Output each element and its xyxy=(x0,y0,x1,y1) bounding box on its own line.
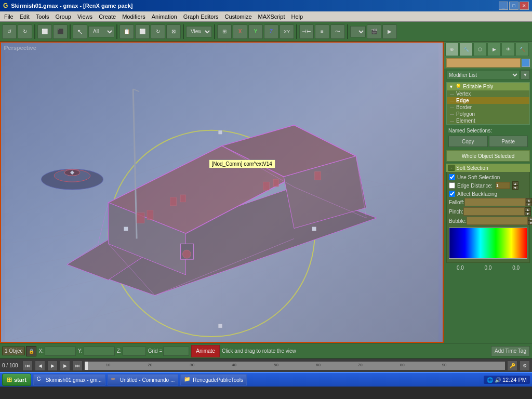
mirror-button[interactable]: ⊣⊢ xyxy=(299,24,314,39)
use-soft-selection-label: Use Soft Selection xyxy=(457,175,500,180)
taskbar-item-renegade[interactable]: 📁 RenegadePublicTools xyxy=(180,374,247,385)
time-config-button[interactable]: ⚙ xyxy=(520,361,530,371)
selection-filter-dropdown[interactable]: All Geometry Shapes Lights xyxy=(88,26,114,37)
soft-selection-label: Soft Selection xyxy=(456,165,488,171)
panel-tab-display[interactable]: 👁 xyxy=(501,43,515,56)
bubble-up[interactable]: ▲ xyxy=(528,217,532,221)
animate-button[interactable]: Animate xyxy=(191,345,220,357)
menu-customize[interactable]: Customize xyxy=(222,12,255,21)
panel-tab-utilities[interactable]: 🔨 xyxy=(515,43,529,56)
rectangular-select-button[interactable]: ⬜ xyxy=(135,24,150,39)
menu-graph-editors[interactable]: Graph Editors xyxy=(180,12,222,21)
select-by-name-button[interactable]: 📋 xyxy=(119,24,134,39)
z-coordinate-input[interactable]: 0.0 xyxy=(123,347,146,356)
falloff-row: Falloff: 0.0 ▲ ▼ xyxy=(449,197,527,207)
selection-lock-button[interactable]: 🔒 xyxy=(26,346,36,356)
menu-views[interactable]: Views xyxy=(74,12,96,21)
y-axis-button[interactable]: Y xyxy=(248,24,263,39)
maximize-button[interactable]: □ xyxy=(509,2,518,10)
menu-create[interactable]: Create xyxy=(96,12,119,21)
z-axis-button[interactable]: Z xyxy=(264,24,278,39)
close-button[interactable]: ✕ xyxy=(520,2,529,10)
quick-render-button[interactable]: ▶ xyxy=(382,24,397,39)
poly-item-border[interactable]: — Border xyxy=(447,104,529,111)
edge-distance-input[interactable] xyxy=(496,182,510,189)
render-scene-button[interactable]: 🎬 xyxy=(367,24,381,39)
panel-tab-motion[interactable]: ▶ xyxy=(487,43,501,56)
taskbar-item-commando[interactable]: ✏ Untitled - Commando ... xyxy=(108,374,179,385)
panel-tab-create[interactable]: ⊕ xyxy=(445,43,459,56)
menu-animation[interactable]: Animation xyxy=(149,12,180,21)
affect-backfacing-checkbox[interactable] xyxy=(449,191,455,197)
poly-item-vertex[interactable]: — Vertex xyxy=(447,90,529,97)
edge-distance-label: Edge Distance: xyxy=(457,183,493,189)
y-coordinate-input[interactable]: -76.824 xyxy=(84,347,115,356)
xy-axis-button[interactable]: XY xyxy=(280,24,294,39)
select-region-button[interactable]: ⬛ xyxy=(53,24,68,39)
object-color-swatch[interactable] xyxy=(522,59,530,67)
view-dropdown[interactable]: View Screen World xyxy=(186,26,212,37)
modifier-options-button[interactable]: ▼ xyxy=(521,70,530,79)
falloff-up[interactable]: ▲ xyxy=(526,198,532,202)
gmax-icon: G xyxy=(37,376,44,383)
minimize-button[interactable]: _ xyxy=(499,2,508,10)
play-button[interactable]: ▶ xyxy=(47,361,58,371)
poly-item-edge[interactable]: — Edge xyxy=(447,97,529,104)
paste-button[interactable]: Paste xyxy=(489,136,528,147)
edge-distance-checkbox[interactable] xyxy=(449,182,455,189)
align-button[interactable]: ≡ xyxy=(315,24,329,39)
pinch-down[interactable]: ▼ xyxy=(525,211,531,216)
menu-tools[interactable]: Tools xyxy=(33,12,52,21)
viewport[interactable]: Perspective xyxy=(0,42,444,343)
menu-file[interactable]: File xyxy=(1,12,17,21)
svg-rect-23 xyxy=(218,130,222,135)
rotate-button[interactable]: ↻ xyxy=(151,24,165,39)
snap-toggle-button[interactable]: ⊞ xyxy=(217,24,232,39)
x-coordinate-input[interactable]: 74.517 xyxy=(45,347,76,356)
menu-modifiers[interactable]: Modifiers xyxy=(119,12,149,21)
taskbar-item-gmax[interactable]: G Skirmish01.gmax - gm... xyxy=(33,374,105,385)
add-time-tag-button[interactable]: Add Time Tag xyxy=(491,346,530,356)
menu-group[interactable]: Group xyxy=(52,12,74,21)
scale-button[interactable]: ⊠ xyxy=(166,24,181,39)
panel-tab-modify[interactable]: 🔧 xyxy=(459,43,473,56)
edge-distance-down[interactable]: ▼ xyxy=(512,185,518,190)
panel-tab-hierarchy[interactable]: ⬡ xyxy=(473,43,487,56)
timeline-slider[interactable] xyxy=(85,362,88,370)
undo-button[interactable]: ↺ xyxy=(2,24,17,39)
falloff-down[interactable]: ▼ xyxy=(526,202,532,206)
falloff-input[interactable]: 0.0 xyxy=(464,198,526,206)
next-frame-button[interactable]: ▶ xyxy=(60,361,70,371)
start-button[interactable]: ⊞ start xyxy=(2,374,31,386)
poly-item-element[interactable]: — Element xyxy=(447,117,529,124)
svg-rect-37 xyxy=(263,182,269,190)
poly-item-polygon[interactable]: — Polygon xyxy=(447,111,529,117)
use-soft-selection-checkbox[interactable] xyxy=(449,174,455,180)
grid-value-input[interactable]: 10.0 xyxy=(163,347,189,356)
modifier-list-dropdown[interactable]: Modifier List xyxy=(446,70,520,79)
pinch-input[interactable]: 0.0 xyxy=(463,207,525,216)
soft-selection-collapse[interactable]: - xyxy=(448,165,455,171)
pinch-up[interactable]: ▲ xyxy=(525,207,531,211)
object-name-input[interactable]: Plane01 xyxy=(446,58,521,68)
menu-maxscript[interactable]: MAXScript xyxy=(255,12,288,21)
go-to-start-button[interactable]: ⏮ xyxy=(22,361,33,371)
bubble-down[interactable]: ▼ xyxy=(528,221,532,225)
tray-icon-2: 🔊 xyxy=(495,377,501,383)
timeline-track[interactable]: 10 20 30 40 50 60 70 80 90 xyxy=(85,362,505,370)
edge-distance-up[interactable]: ▲ xyxy=(512,181,518,185)
select-button[interactable]: ↖ xyxy=(73,24,87,39)
x-axis-button[interactable]: X xyxy=(233,24,247,39)
select-object-button[interactable]: ⬜ xyxy=(37,24,52,39)
redo-button[interactable]: ↻ xyxy=(18,24,32,39)
go-to-end-button[interactable]: ⏭ xyxy=(72,361,83,371)
key-mode-button[interactable]: 🔑 xyxy=(507,361,517,371)
menu-edit[interactable]: Edit xyxy=(17,12,33,21)
axis-z-value: 0.0 xyxy=(512,265,520,271)
copy-button[interactable]: Copy xyxy=(448,136,488,147)
prev-frame-button[interactable]: ◀ xyxy=(35,361,45,371)
curve-editor-button[interactable]: 〜 xyxy=(330,24,345,39)
bubble-input[interactable]: 0.0 xyxy=(467,217,528,225)
menu-help[interactable]: Help xyxy=(288,12,307,21)
render-dropdown[interactable] xyxy=(350,26,366,37)
